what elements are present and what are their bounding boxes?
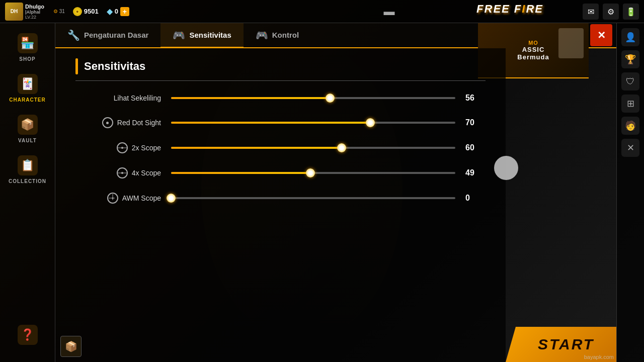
tab-pengaturan-label: Pengaturan Dasar xyxy=(84,31,148,39)
right-icon-trophy[interactable]: 🏆 xyxy=(621,50,639,68)
slider-row-1: Red Dot Sight 70 xyxy=(75,117,486,128)
sensitivity-panel: Sensitivitas Lihat Sekeliling 56 Red Dot… xyxy=(55,48,506,362)
diamond-display: ◆ 0 xyxy=(107,7,118,16)
watermark: bayapk.com xyxy=(584,354,614,360)
panel-title-area: Sensitivitas xyxy=(75,58,486,81)
banner-text: MO ASSIC Bermuda xyxy=(517,40,549,61)
right-icon-cross[interactable]: ✕ xyxy=(621,139,639,157)
center-icon: ▬ xyxy=(139,5,639,18)
coin-icon: ● xyxy=(73,7,82,16)
sidebar-item-collection[interactable]: 📋 COLLECTION xyxy=(0,150,55,189)
slider-track-4 xyxy=(171,197,455,199)
slider-container-1[interactable] xyxy=(171,118,455,128)
slider-container-3[interactable] xyxy=(171,168,455,178)
slider-thumb-0[interactable] xyxy=(326,94,335,103)
tab-kontrol-icon: 🎮 xyxy=(256,29,268,41)
slider-thumb-1[interactable] xyxy=(366,118,375,127)
strength-icon: ⚙ xyxy=(53,9,58,14)
slider-value-4: 0 xyxy=(465,194,486,203)
slider-container-4[interactable] xyxy=(171,193,455,203)
battery-button[interactable]: 🔋 xyxy=(623,4,639,20)
box-icon[interactable]: 📦 xyxy=(60,336,82,357)
slider-icon-crosshair-4 xyxy=(107,193,118,204)
sidebar-item-character[interactable]: 🃏 CHARACTER xyxy=(0,69,55,108)
slider-container-2[interactable] xyxy=(171,143,455,153)
slider-label-4: AWM Scope xyxy=(75,193,161,204)
collection-icon: 📋 xyxy=(18,155,38,175)
right-icon-grid[interactable]: ⊞ xyxy=(621,95,639,113)
right-icon-person2[interactable]: 🧑 xyxy=(621,117,639,135)
vault-icon: 📦 xyxy=(18,115,38,135)
logo-highlight: I xyxy=(522,3,526,15)
title-accent-bar xyxy=(75,58,78,74)
start-label: START xyxy=(528,336,594,353)
floating-circle xyxy=(494,156,518,180)
tab-pengaturan-icon: 🔧 xyxy=(67,29,80,41)
coin-display: ● 9501 xyxy=(73,7,99,16)
diamond-icon: ◆ xyxy=(107,7,113,16)
strength-value: 31 xyxy=(59,9,65,14)
add-diamond-button[interactable]: + xyxy=(120,7,129,16)
slider-thumb-2[interactable] xyxy=(337,143,346,152)
close-button[interactable]: ✕ xyxy=(590,24,612,46)
sidebar-label-vault: VAULT xyxy=(18,138,37,143)
slider-row-0: Lihat Sekeliling 56 xyxy=(75,93,486,103)
slider-label-3: 4x Scope xyxy=(75,167,161,178)
slider-value-2: 60 xyxy=(465,143,486,152)
bottom-box: 📦 xyxy=(60,336,82,357)
main-area: MO ASSIC Bermuda 🔧 Pengaturan Dasar 🎮 Se… xyxy=(55,23,616,362)
tab-sensitivitas[interactable]: 🎮 Sensitivitas xyxy=(160,23,243,48)
slider-value-0: 56 xyxy=(465,94,486,103)
slider-label-1: Red Dot Sight xyxy=(75,117,161,128)
slider-label-text-0: Lihat Sekeliling xyxy=(114,94,161,102)
slider-thumb-3[interactable] xyxy=(306,168,315,177)
topbar-actions: ✉ ⚙ 🔋 xyxy=(583,0,644,23)
banner-mode: MO xyxy=(517,40,549,46)
slider-icon-scope-2 xyxy=(117,142,128,153)
slider-label-text-3: 4x Scope xyxy=(132,169,161,177)
avatar-initials: DH xyxy=(11,9,18,14)
sidebar-item-shop[interactable]: 🏪 SHOP xyxy=(0,28,55,67)
sidebar-bottom: ❓ xyxy=(15,320,40,362)
sliders-container: Lihat Sekeliling 56 Red Dot Sight 70 xyxy=(75,93,486,204)
slider-icon-scope-3 xyxy=(117,167,128,178)
settings-button[interactable]: ⚙ xyxy=(603,4,619,20)
right-icon-shield[interactable]: 🛡 xyxy=(621,72,639,90)
mail-button[interactable]: ✉ xyxy=(583,4,599,20)
banner-title: ASSIC xyxy=(517,46,549,53)
game-logo: FREE FIRE xyxy=(476,3,543,16)
avatar: DH xyxy=(5,3,23,21)
sidebar-label-character: CHARACTER xyxy=(9,97,45,103)
slider-fill-3 xyxy=(171,172,310,174)
slider-label-text-4: AWM Scope xyxy=(122,194,161,202)
sidebar: 🏪 SHOP 🃏 CHARACTER 📦 VAULT 📋 COLLECTION … xyxy=(0,23,55,362)
diamond-amount: 0 xyxy=(115,8,118,15)
sidebar-label-shop: SHOP xyxy=(19,56,35,62)
slider-container-0[interactable] xyxy=(171,93,455,103)
level-badge: LV.22 xyxy=(25,15,37,20)
slider-row-3: 4x Scope 49 xyxy=(75,167,486,178)
slider-track-1 xyxy=(171,122,455,124)
tab-sensitivitas-label: Sensitivitas xyxy=(189,31,231,39)
coin-amount: 9501 xyxy=(84,8,99,15)
sidebar-item-vault[interactable]: 📦 VAULT xyxy=(0,110,55,148)
slider-label-0: Lihat Sekeliling xyxy=(75,94,161,102)
tab-pengaturan-dasar[interactable]: 🔧 Pengaturan Dasar xyxy=(55,23,160,48)
slider-track-2 xyxy=(171,147,455,149)
slider-value-3: 49 xyxy=(465,168,486,177)
slider-thumb-4[interactable] xyxy=(167,194,176,203)
slider-fill-2 xyxy=(171,147,342,149)
tab-kontrol[interactable]: 🎮 Kontrol xyxy=(244,23,311,48)
tab-sensitivitas-icon: 🎮 xyxy=(173,29,185,41)
right-icon-person[interactable]: 👤 xyxy=(621,28,639,46)
sidebar-label-collection: COLLECTION xyxy=(9,178,46,184)
sidebar-item-help[interactable]: ❓ xyxy=(15,320,40,350)
tab-kontrol-label: Kontrol xyxy=(272,31,299,39)
slider-fill-0 xyxy=(171,97,330,99)
banner-sub: Bermuda xyxy=(517,53,549,61)
slider-label-text-1: Red Dot Sight xyxy=(117,119,161,127)
help-icon: ❓ xyxy=(18,325,38,345)
slider-row-4: AWM Scope 0 xyxy=(75,193,486,204)
username: Dhulgo xyxy=(25,4,44,10)
slider-label-text-2: 2x Scope xyxy=(132,144,161,152)
